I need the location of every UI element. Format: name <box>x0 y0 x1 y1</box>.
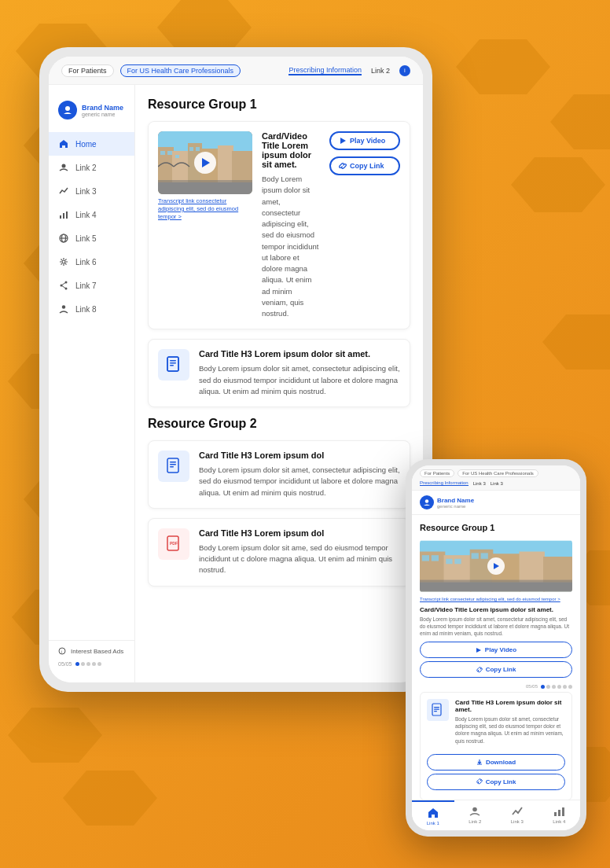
transcript-link[interactable]: Transcript link consectetur adipiscing e… <box>158 197 252 220</box>
page-dots <box>75 662 101 666</box>
mobile-dot-3 <box>552 685 556 689</box>
resource-group-2-title: Resource Group 2 <box>148 417 410 431</box>
svg-rect-2 <box>60 215 61 219</box>
svg-point-1 <box>62 164 66 168</box>
sidebar-item-link6[interactable]: Link 6 <box>49 250 134 274</box>
mobile-play-video-button[interactable]: Play Video <box>420 642 572 658</box>
svg-rect-26 <box>175 155 179 158</box>
tab-patients[interactable]: For Patients <box>61 64 114 77</box>
mobile-copy-link-button[interactable]: Copy Link <box>420 661 572 678</box>
mobile-doc-body: Body Lorem ipsum dolor sit amet, consect… <box>455 715 565 744</box>
mobile-nav-tab-1[interactable]: Link 1 <box>412 800 454 830</box>
mobile-brand-name: Brand Name <box>437 497 474 504</box>
svg-rect-62 <box>434 709 439 710</box>
mobile-video-card <box>420 539 572 594</box>
sidebar-item-link8[interactable]: Link 8 <box>49 297 134 321</box>
svg-rect-65 <box>554 812 557 816</box>
home-label: Home <box>75 140 97 149</box>
mobile-nav-label-2: Link 2 <box>469 819 481 824</box>
mobile-group-title: Resource Group 1 <box>420 523 572 532</box>
interest-label: Interest Based Ads <box>71 648 123 655</box>
card-image-section: Transcript link consectetur adipiscing e… <box>158 131 252 220</box>
mobile-nav-label-3: Link 3 <box>511 819 524 824</box>
mobile-chart-icon <box>511 805 524 818</box>
svg-text:i: i <box>61 649 62 654</box>
brand-text: Brand Name generic name <box>82 104 123 117</box>
card-title: Card/Video Title Lorem ipsum dolor sit a… <box>262 131 320 169</box>
play-video-button[interactable]: Play Video <box>329 131 400 150</box>
mobile-screen: For Patients For US Health Care Professi… <box>412 465 580 830</box>
page-dot-2 <box>81 662 85 666</box>
doc-svg-2 <box>164 457 183 476</box>
sidebar-item-link7[interactable]: Link 7 <box>49 274 134 297</box>
link2-label: Link 2 <box>75 164 97 172</box>
share-icon <box>58 280 69 291</box>
mobile-play-button[interactable] <box>487 557 505 575</box>
mobile-copy-link-button-2[interactable]: Copy Link <box>427 774 565 790</box>
svg-rect-38 <box>170 462 176 463</box>
svg-rect-29 <box>158 182 252 194</box>
mobile-nav-link3[interactable]: Link 3 <box>491 481 503 486</box>
video-card: Transcript link consectetur adipiscing e… <box>148 121 410 329</box>
mobile-brand-svg <box>423 498 431 506</box>
nav-link2[interactable]: Link 2 <box>371 67 390 75</box>
sidebar-item-link3[interactable]: Link 3 <box>49 179 134 203</box>
pdf-icon: PDF <box>158 528 189 560</box>
mobile-nav-label-4: Link 4 <box>553 819 565 824</box>
mobile-nav-tab-3[interactable]: Link 3 <box>496 800 538 830</box>
link3-label: Link 3 <box>75 187 97 196</box>
sidebar-item-home[interactable]: Home <box>49 132 134 156</box>
mobile-download-label: Download <box>486 759 516 766</box>
svg-rect-39 <box>170 464 176 465</box>
sidebar-item-link4[interactable]: Link 4 <box>49 203 134 226</box>
mobile-doc-row: Card Title H3 Lorem ipsum dolor sit amet… <box>427 699 565 748</box>
doc-card-1: Card Title H3 Lorem ipsum dolor sit amet… <box>148 339 410 407</box>
video-play-button[interactable] <box>194 152 216 174</box>
mobile-dot-1 <box>541 685 545 689</box>
mobile-brand-text: Brand Name generic name <box>437 497 474 509</box>
mobile-link-icon <box>476 667 483 673</box>
mobile-copy-link-label: Copy Link <box>486 666 516 673</box>
mobile-home-icon <box>427 807 439 819</box>
page-dot-1 <box>75 662 79 666</box>
doc-card-2-body: Card Title H3 Lorem ipsum dol Body Lorem… <box>199 451 400 498</box>
document-icon-2 <box>158 451 189 482</box>
link6-label: Link 6 <box>75 258 97 267</box>
svg-rect-63 <box>434 711 437 712</box>
pdf-card-text: Body Lorem ipsum dolor sit ame, sed do e… <box>199 542 400 576</box>
mobile-play-btn-label: Play Video <box>485 646 516 653</box>
chart-icon <box>58 186 69 197</box>
copy-link-button[interactable]: Copy Link <box>329 156 400 175</box>
main-content: Resource Group 1 <box>135 85 423 682</box>
mobile-nav-tab-2[interactable]: Link 2 <box>454 800 497 830</box>
svg-rect-67 <box>562 807 564 816</box>
svg-marker-59 <box>476 648 481 653</box>
mobile-tab-hcp[interactable]: For US Health Care Professionals <box>458 469 538 477</box>
mobile-dot-6 <box>568 685 572 689</box>
svg-point-0 <box>65 106 70 111</box>
sidebar-item-link5[interactable]: Link 5 <box>49 226 134 250</box>
play-icon <box>339 137 347 145</box>
mobile-bottom-nav: Link 1 Link 2 Link 3 Link 4 <box>412 800 580 830</box>
card-body: Card/Video Title Lorem ipsum dolor sit a… <box>262 131 320 319</box>
mobile-nav-tab-4[interactable]: Link 4 <box>538 800 581 830</box>
mobile-nav-link2[interactable]: Link 3 <box>473 481 486 486</box>
mobile-tab-patients[interactable]: For Patients <box>420 469 454 477</box>
mobile-doc-svg <box>431 703 445 717</box>
mobile-scroll-content: Resource Group 1 <box>412 515 580 800</box>
tab-hcp[interactable]: For US Health Care Professionals <box>120 64 241 77</box>
interest-ad[interactable]: i Interest Based Ads <box>58 647 125 655</box>
svg-marker-31 <box>340 138 346 144</box>
svg-rect-51 <box>422 555 429 561</box>
svg-rect-3 <box>63 213 64 219</box>
link4-label: Link 4 <box>75 211 97 219</box>
svg-rect-53 <box>446 559 452 564</box>
mobile-play-triangle-icon <box>494 563 499 569</box>
sidebar-item-link2[interactable]: Link 2 <box>49 156 134 179</box>
mobile-device: For Patients For US Health Care Professi… <box>406 459 586 837</box>
nav-prescribing[interactable]: Prescribing Information <box>288 66 362 75</box>
mobile-transcript-link[interactable]: Transcript link consectetur adipiscing e… <box>420 597 572 601</box>
mobile-download-button[interactable]: Download <box>427 754 565 771</box>
mobile-page-dots <box>541 685 572 689</box>
mobile-nav-prescribing[interactable]: Prescribing Information <box>420 480 469 486</box>
